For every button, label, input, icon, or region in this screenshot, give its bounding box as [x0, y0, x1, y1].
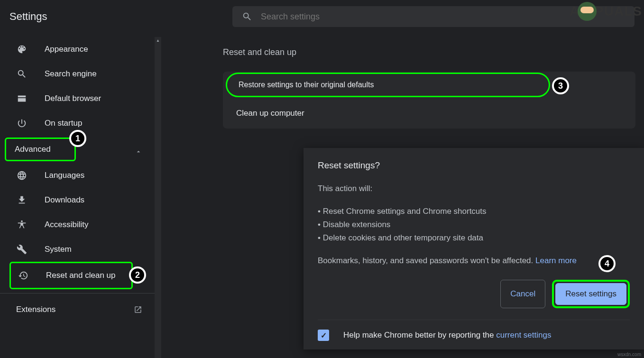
header: Settings: [0, 0, 644, 33]
cleanup-computer-row[interactable]: Clean up computer: [223, 98, 635, 129]
dialog-bullets: • Reset Chrome settings and Chrome short…: [318, 205, 630, 245]
restore-icon: [18, 270, 29, 281]
sidebar-item-label: Reset and clean up: [46, 271, 116, 280]
sidebar-item-label: Downloads: [45, 195, 84, 205]
search-icon: [16, 68, 28, 80]
annotation-badge-2: 2: [129, 266, 146, 284]
report-checkbox-row: ✓ Help make Chrome better by reporting t…: [318, 320, 630, 341]
sidebar-item-appearance[interactable]: Appearance: [0, 37, 161, 62]
reset-settings-button[interactable]: Reset settings: [555, 283, 626, 305]
search-icon: [242, 11, 252, 22]
chevron-up-icon: [135, 148, 142, 156]
current-settings-link[interactable]: current settings: [496, 330, 551, 340]
sidebar-item-system[interactable]: System: [0, 237, 161, 262]
settings-card: Restore settings to their original defau…: [223, 72, 635, 129]
reset-settings-dialog: Reset settings? This action will: • Rese…: [304, 148, 644, 349]
sidebar-item-label: Search engine: [45, 69, 97, 79]
sidebar-item-label: Languages: [45, 171, 84, 180]
bullet-item: • Disable extensions: [318, 218, 630, 231]
sidebar-item-languages[interactable]: Languages: [0, 163, 161, 188]
footer-text: Bookmarks, history, and saved passwords …: [318, 256, 535, 265]
wrench-icon: [16, 244, 28, 255]
watermark-logo: A PUALS: [570, 2, 642, 21]
learn-more-link[interactable]: Learn more: [535, 256, 577, 265]
sidebar-item-accessibility[interactable]: Accessibility: [0, 212, 161, 237]
watermark-face-icon: [578, 2, 597, 21]
dialog-intro: This action will:: [318, 182, 630, 195]
report-checkbox[interactable]: ✓: [318, 330, 329, 341]
dialog-footer: Bookmarks, history, and saved passwords …: [318, 256, 630, 266]
browser-icon: [16, 93, 28, 104]
sidebar-item-label: On startup: [45, 119, 82, 128]
palette-icon: [16, 44, 28, 55]
sidebar-item-label: Default browser: [45, 94, 101, 103]
page-title: Settings: [9, 10, 232, 23]
bullet-item: • Delete cookies and other temporary sit…: [318, 231, 630, 245]
restore-defaults-row[interactable]: Restore settings to their original defau…: [226, 73, 550, 97]
sidebar-item-downloads[interactable]: Downloads: [0, 188, 161, 212]
extensions-label: Extensions: [16, 305, 55, 314]
checkbox-text: Help make Chrome better by reporting the…: [343, 330, 551, 340]
annotation-badge-3: 3: [552, 77, 569, 94]
sidebar-item-label: Appearance: [45, 45, 88, 54]
accessibility-icon: [16, 219, 28, 230]
open-in-new-icon: [134, 305, 142, 314]
check-icon: ✓: [321, 331, 327, 340]
globe-icon: [16, 170, 28, 181]
cleanup-label: Clean up computer: [236, 109, 304, 118]
watermark-right: PUALS: [595, 4, 642, 19]
advanced-label: Advanced: [15, 145, 51, 154]
dialog-title: Reset settings?: [318, 160, 630, 171]
sidebar-item-extensions[interactable]: Extensions: [0, 297, 161, 322]
power-icon: [16, 118, 28, 129]
sidebar-item-label: Accessibility: [45, 220, 89, 229]
cancel-button[interactable]: Cancel: [500, 280, 545, 308]
annotation-badge-1: 1: [69, 130, 86, 147]
download-icon: [16, 194, 28, 206]
advanced-toggle[interactable]: Advanced: [6, 139, 74, 160]
sidebar: ▲ Appearance Search engine Default brows…: [0, 33, 161, 358]
sidebar-item-default-browser[interactable]: Default browser: [0, 86, 161, 111]
sidebar-item-reset-cleanup[interactable]: Reset and clean up: [11, 263, 131, 288]
source-text: wsxdn.com: [617, 352, 641, 357]
sidebar-item-search-engine[interactable]: Search engine: [0, 62, 161, 86]
sidebar-item-label: System: [45, 245, 72, 254]
bullet-item: • Reset Chrome settings and Chrome short…: [318, 205, 630, 218]
checkbox-label: Help make Chrome better by reporting the: [343, 330, 496, 340]
restore-label: Restore settings to their original defau…: [239, 81, 374, 89]
divider: [0, 293, 161, 294]
section-title: Reset and clean up: [223, 47, 644, 57]
annotation-badge-4: 4: [598, 255, 616, 272]
